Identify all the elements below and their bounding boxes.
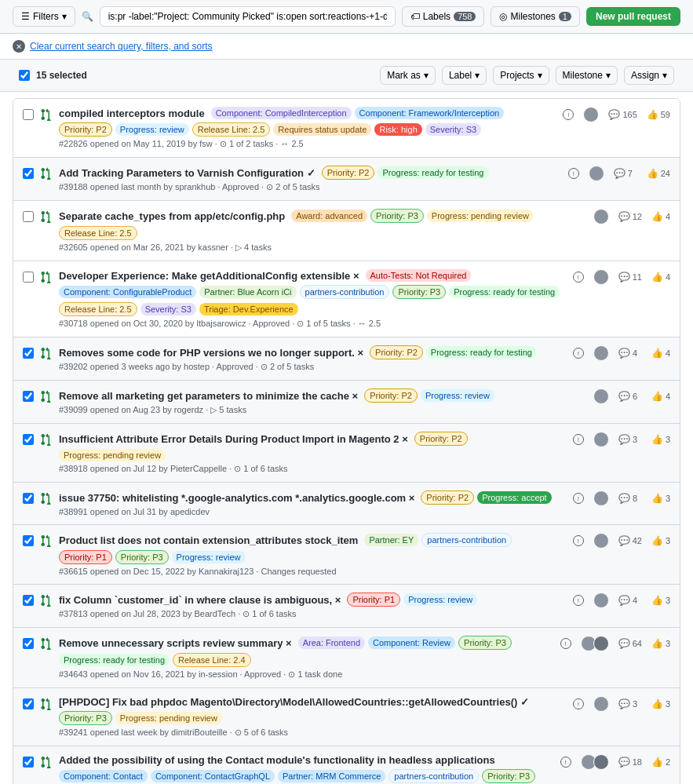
tag[interactable]: Progress: review: [172, 551, 246, 563]
tag[interactable]: Component: ConfigurableProduct: [59, 286, 196, 298]
issue-checkbox[interactable]: [23, 272, 34, 283]
tag[interactable]: Priority: P3: [392, 285, 446, 299]
issue-checkbox[interactable]: [23, 698, 34, 709]
tag[interactable]: Triage: Dev.Experience: [199, 303, 298, 315]
issue-meta: #22826 opened on May 11, 2019 by fsw · ⊙…: [59, 139, 550, 149]
issue-title[interactable]: Developer Experience: Make getAdditional…: [59, 270, 359, 282]
issue-checkbox[interactable]: [23, 168, 34, 179]
tag[interactable]: Progress: ready for testing: [378, 166, 488, 179]
reaction-count: 👍4: [651, 211, 670, 222]
issue-title[interactable]: Remove all marketing get parameters to m…: [59, 390, 358, 402]
issue-checkbox[interactable]: [23, 595, 34, 606]
labels-button[interactable]: 🏷 Labels 758: [402, 6, 485, 27]
issue-title[interactable]: Product list does not contain extension_…: [59, 534, 358, 546]
clear-text[interactable]: Clear current search query, filters, and…: [30, 41, 213, 52]
tag[interactable]: Priority: P2: [370, 345, 423, 359]
issue-title[interactable]: Removes some code for PHP versions we no…: [59, 347, 363, 359]
issue-checkbox[interactable]: [23, 211, 34, 222]
assign-button[interactable]: Assign ▾: [624, 66, 674, 85]
tag[interactable]: Priority: P2: [59, 122, 112, 137]
mark-as-button[interactable]: Mark as ▾: [380, 66, 436, 85]
tag[interactable]: Progress: review: [115, 123, 189, 136]
tag[interactable]: Progress: pending review: [427, 210, 534, 222]
tag[interactable]: Progress: pending review: [115, 712, 222, 724]
tag[interactable]: Progress: accept: [477, 491, 552, 504]
tag[interactable]: Partner: MRM Commerce: [278, 770, 385, 782]
tag[interactable]: Award: advanced: [291, 210, 367, 222]
tag[interactable]: Priority: P3: [59, 711, 112, 725]
tag[interactable]: Area: Frontend: [298, 636, 365, 649]
issue-title[interactable]: Add Tracking Parameters to Varnish Confi…: [59, 167, 315, 179]
avatar: [593, 209, 609, 224]
tag[interactable]: Auto-Tests: Not Required: [366, 269, 472, 282]
tag[interactable]: Progress: pending review: [59, 449, 166, 461]
issue-checkbox[interactable]: [23, 535, 34, 546]
tag[interactable]: Priority: P3: [458, 636, 512, 650]
tag[interactable]: Partner: EY: [364, 534, 418, 546]
select-all-checkbox[interactable]: [19, 70, 30, 81]
chevron-icon: ▾: [606, 70, 611, 81]
new-pr-button[interactable]: New pull request: [586, 7, 680, 26]
avatar: [593, 269, 609, 285]
issue-title[interactable]: Insufficient Attribute Error Details Dur…: [59, 433, 408, 445]
issue-checkbox[interactable]: [23, 757, 34, 768]
tag[interactable]: Priority: P2: [421, 490, 474, 505]
tag[interactable]: Priority: P3: [482, 769, 535, 783]
tag[interactable]: Risk: high: [374, 123, 421, 136]
label-action-button[interactable]: Label ▾: [442, 66, 487, 85]
tag[interactable]: Progress: review: [403, 593, 477, 606]
alert-icon: !: [573, 434, 584, 445]
tag[interactable]: Severity: S3: [140, 303, 196, 315]
issue-title[interactable]: issue 37750: whitelisting *.google-analy…: [59, 492, 414, 504]
tag[interactable]: partners-contribution: [388, 769, 479, 783]
search-input[interactable]: [100, 6, 396, 27]
issue-title[interactable]: Separate cache_types from app/etc/config…: [59, 210, 285, 222]
issue-checkbox[interactable]: [23, 493, 34, 504]
tag[interactable]: Component: Contact: [59, 770, 148, 782]
issue-checkbox[interactable]: [23, 109, 34, 120]
reaction-count: 👍3: [651, 434, 670, 445]
tag[interactable]: Priority: P1: [59, 550, 112, 564]
tag[interactable]: Priority: P2: [414, 432, 468, 446]
comment-number: 8: [633, 494, 637, 503]
tag[interactable]: Progress: ready for testing: [449, 286, 560, 298]
tag[interactable]: Priority: P3: [115, 550, 169, 564]
tag[interactable]: Release Line: 2.5: [59, 302, 137, 316]
issue-checkbox[interactable]: [23, 391, 34, 402]
issue-title[interactable]: compiled interceptors module: [59, 108, 205, 119]
clear-x-icon[interactable]: ✕: [13, 40, 25, 53]
tag[interactable]: Component: CompiledInterception: [211, 107, 352, 119]
issue-title[interactable]: Remove unnecessary scripts review summar…: [59, 637, 292, 649]
tag[interactable]: Release Line: 2.5: [59, 226, 137, 240]
reaction-number: 3: [666, 699, 670, 709]
tag[interactable]: Priority: P3: [370, 209, 424, 223]
projects-button[interactable]: Projects ▾: [493, 66, 549, 85]
tag[interactable]: Priority: P2: [322, 166, 375, 180]
tag[interactable]: Release Line: 2.4: [173, 653, 251, 667]
tag[interactable]: Progress: ready for testing: [426, 346, 537, 359]
tag[interactable]: partners-contribution: [300, 285, 390, 299]
issue-checkbox[interactable]: [23, 348, 34, 359]
tag[interactable]: Partner: Blue Acorn iCi: [199, 286, 296, 298]
issue-checkbox[interactable]: [23, 434, 34, 445]
issue-title[interactable]: fix Column `customer_id` in where clause…: [59, 594, 341, 606]
milestone-action-button[interactable]: Milestone ▾: [556, 66, 618, 85]
issue-stats: !💬165👍59: [556, 107, 670, 122]
issue-title[interactable]: [PHPDOC] Fix bad phpdoc Magento\Director…: [59, 696, 529, 708]
alert-icon: !: [573, 348, 584, 359]
tag[interactable]: Priority: P1: [347, 593, 400, 607]
milestones-button[interactable]: ◎ Milestones 1: [491, 6, 579, 27]
tag[interactable]: Component: ContactGraphQL: [151, 770, 275, 782]
tag[interactable]: Component: Review: [368, 636, 455, 649]
tag[interactable]: Severity: S3: [425, 123, 481, 136]
tag[interactable]: Progress: review: [421, 389, 494, 402]
tag[interactable]: Requires status update: [273, 123, 371, 136]
tag[interactable]: Component: Framework/Interception: [355, 107, 505, 119]
issue-checkbox[interactable]: [23, 638, 34, 649]
tag[interactable]: Priority: P2: [364, 388, 418, 403]
tag[interactable]: Progress: ready for testing: [59, 654, 170, 666]
filters-button[interactable]: ☰ Filters ▾: [13, 6, 75, 27]
issue-title[interactable]: Added the possibility of using the Conta…: [59, 754, 495, 766]
tag[interactable]: partners-contribution: [421, 533, 512, 547]
tag[interactable]: Release Line: 2.5: [192, 122, 271, 137]
